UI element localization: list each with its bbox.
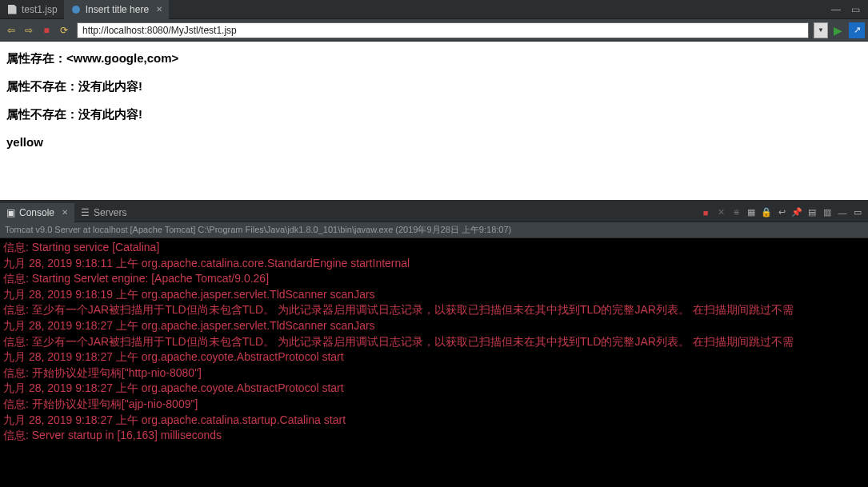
console-line: 信息: Server startup in [16,163] milliseco… [3,428,865,444]
close-icon[interactable]: ✕ [156,5,162,14]
remove-all-button[interactable]: ⋇ [729,206,743,220]
remove-launch-button[interactable]: ✕ [714,206,728,220]
console-line: 九月 28, 2019 9:18:27 上午 org.apache.coyote… [3,349,865,365]
page-line-3: 属性不存在：没有此内容! [6,107,862,122]
console-toolbar: ■ ✕ ⋇ ▦ 🔒 ↩ 📌 ▤ ▥ — ▭ [698,206,868,220]
minimize-button[interactable]: — [830,3,842,16]
window-controls: — ▭ [830,3,868,16]
console-header: Tomcat v9.0 Server at localhost [Apache … [0,222,868,238]
tab-servers-label: Servers [94,207,126,218]
console-line: 信息: Starting service [Catalina] [3,240,865,256]
url-input[interactable]: http://localhost:8080/MyJstl/test1.jsp [77,22,809,38]
console-line: 信息: 开始协议处理句柄["ajp-nio-8009"] [3,397,865,413]
display-selected-button[interactable]: ▤ [805,206,819,220]
console-icon: ▣ [6,207,15,218]
console-header-text: Tomcat v9.0 Server at localhost [Apache … [5,225,511,234]
maximize-view-button[interactable]: ▭ [850,206,865,220]
back-button[interactable]: ⇦ [3,22,19,38]
terminate-button[interactable]: ■ [698,206,713,220]
tab-browser[interactable]: Insert title here ✕ [64,0,169,19]
stop-button[interactable]: ■ [38,22,54,38]
url-text: http://localhost:8080/MyJstl/test1.jsp [82,25,237,36]
page-line-4: yellow [6,135,862,149]
globe-icon [70,4,82,15]
page-line-1: 属性存在：<www.google,com> [6,51,862,66]
go-button[interactable]: ▶ [830,22,846,38]
minimize-view-button[interactable]: — [835,206,850,220]
pin-console-button[interactable]: 📌 [790,206,804,220]
console-output[interactable]: 信息: Starting service [Catalina]九月 28, 20… [0,238,868,487]
browser-toolbar: ⇦ ⇨ ■ ⟳ http://localhost:8080/MyJstl/tes… [0,19,868,42]
scroll-lock-button[interactable]: 🔒 [759,206,774,220]
open-console-button[interactable]: ▥ [820,206,834,220]
tab-file-label: test1.jsp [22,4,58,15]
tab-servers[interactable]: ☰ Servers [74,203,133,222]
console-line: 信息: 开始协议处理句柄["http-nio-8080"] [3,365,865,381]
editor-tabs-bar: test1.jsp Insert title here ✕ — ▭ [0,0,868,19]
tab-browser-label: Insert title here [86,4,149,15]
servers-icon: ☰ [81,207,90,218]
close-icon[interactable]: ✕ [62,208,68,217]
open-external-button[interactable]: ↗ [849,22,865,38]
tab-console[interactable]: ▣ Console ✕ [0,203,74,222]
page-line-2: 属性不存在：没有此内容! [6,79,862,94]
url-dropdown-button[interactable]: ▼ [814,22,828,38]
bottom-tabs-bar: ▣ Console ✕ ☰ Servers ■ ✕ ⋇ ▦ 🔒 ↩ 📌 ▤ ▥ … [0,203,868,222]
console-line: 信息: 至少有一个JAR被扫描用于TLD但尚未包含TLD。 为此记录器启用调试日… [3,302,865,318]
console-line: 信息: Starting Servlet engine: [Apache Tom… [3,271,865,287]
console-line: 信息: 至少有一个JAR被扫描用于TLD但尚未包含TLD。 为此记录器启用调试日… [3,334,865,350]
maximize-button[interactable]: ▭ [849,3,862,16]
clear-console-button[interactable]: ▦ [744,206,758,220]
console-line: 九月 28, 2019 9:18:27 上午 org.apache.coyote… [3,381,865,397]
console-line: 九月 28, 2019 9:18:27 上午 org.apache.jasper… [3,318,865,334]
console-line: 九月 28, 2019 9:18:27 上午 org.apache.catali… [3,413,865,429]
word-wrap-button[interactable]: ↩ [774,206,789,220]
refresh-button[interactable]: ⟳ [56,22,72,38]
console-line: 九月 28, 2019 9:18:11 上午 org.apache.catali… [3,256,865,272]
browser-viewport: 属性存在：<www.google,com> 属性不存在：没有此内容! 属性不存在… [0,42,868,200]
console-line: 九月 28, 2019 9:18:19 上午 org.apache.jasper… [3,287,865,303]
tab-console-label: Console [19,207,54,218]
tab-file[interactable]: test1.jsp [0,0,64,19]
forward-button[interactable]: ⇨ [21,22,37,38]
jsp-file-icon [6,4,18,15]
